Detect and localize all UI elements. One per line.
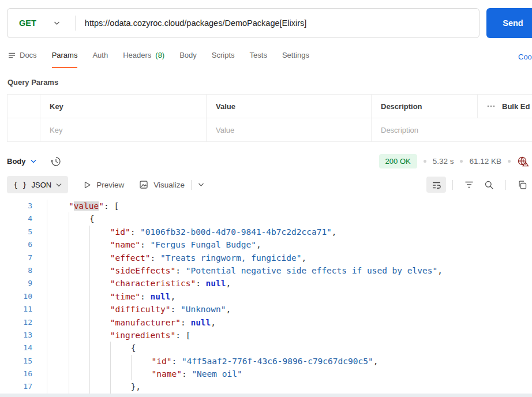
line-number: 6 (0, 238, 32, 251)
indent-guide (110, 380, 131, 393)
tab-settings[interactable]: Settings (282, 51, 309, 67)
indent-guide (89, 303, 110, 316)
chevron-down-icon[interactable] (54, 21, 60, 25)
gutter (32, 238, 47, 251)
gutter (32, 277, 47, 290)
gutter (32, 342, 47, 354)
tab-body[interactable]: Body (179, 51, 197, 67)
code-token: null (190, 318, 211, 327)
indent-guide (131, 368, 152, 380)
bulk-edit-button[interactable]: Bulk Ed (502, 102, 530, 111)
gutter (32, 264, 47, 277)
gutter (32, 316, 47, 329)
response-toolbar: { } JSON Preview Visualize (7, 175, 530, 194)
cookies-link[interactable]: Cookies (518, 53, 532, 61)
wrap-text-toggle[interactable] (426, 177, 446, 193)
code-token: "characteristics" (110, 279, 196, 288)
indent (48, 277, 69, 290)
code-token: : (170, 305, 180, 314)
key-input[interactable]: Key (40, 118, 207, 141)
divider (191, 180, 192, 190)
url-input[interactable]: https://odata.cozyroc.cloud/packages/Dem… (85, 18, 306, 28)
tab-docs[interactable]: Docs (8, 51, 37, 67)
indent-guide (89, 290, 110, 303)
tab-label: Body (179, 51, 197, 59)
view-preview-button[interactable]: Preview (83, 181, 124, 189)
divider (452, 180, 453, 190)
tab-tests[interactable]: Tests (250, 51, 267, 67)
line-number: 13 (0, 329, 32, 342)
code-token: : (182, 369, 192, 379)
indent-guide (89, 380, 110, 393)
response-body-viewer[interactable]: 3"value": [4{5"id": "0106fb32-b00d-4d70-… (0, 200, 532, 394)
row-checkbox-cell[interactable] (8, 118, 40, 141)
gutter (32, 290, 47, 303)
network-warning-icon[interactable] (517, 156, 529, 167)
indent-guide (89, 277, 110, 290)
code-token: : (130, 227, 140, 237)
indent-guide (69, 277, 89, 290)
tab-params[interactable]: Params (52, 51, 78, 68)
indent (48, 380, 69, 393)
method-selector[interactable]: GET (19, 18, 36, 28)
indent-guide (89, 316, 110, 329)
indent-guide (69, 368, 89, 380)
column-header-value: Value (207, 95, 372, 118)
code-token: "Potential negative side effects if used… (186, 266, 438, 275)
more-views-chevron-icon[interactable] (198, 182, 204, 187)
line-number: 16 (0, 368, 32, 380)
line-number: 17 (0, 380, 32, 393)
dot-separator (460, 160, 463, 163)
play-icon (83, 181, 91, 189)
query-params-table: Key Value Description Bulk Ed Key Value … (7, 94, 532, 142)
tab-headers[interactable]: Headers (8) (123, 51, 164, 67)
code-token: , (373, 357, 379, 366)
chevron-down-icon (56, 183, 62, 187)
toolbar-right-icons (426, 177, 530, 193)
indent-guide (110, 355, 131, 368)
description-input[interactable]: Description (372, 118, 478, 141)
code-token: " (69, 201, 74, 211)
code-line: 11"difficulty": "Unknown", (0, 303, 532, 316)
response-time: 5.32 s (433, 157, 454, 166)
copy-icon[interactable] (518, 180, 527, 190)
indent-guide (89, 226, 110, 238)
send-button[interactable]: Send (486, 8, 532, 38)
chevron-down-icon (31, 159, 36, 163)
indent-guide (89, 329, 110, 342)
value-input[interactable]: Value (207, 118, 372, 141)
search-icon[interactable] (484, 180, 494, 190)
tab-auth[interactable]: Auth (92, 51, 108, 67)
code-token: , (437, 266, 443, 275)
line-number: 12 (0, 316, 32, 329)
filter-icon[interactable] (464, 181, 474, 189)
table-row: Key Value Description (8, 118, 532, 142)
gutter (32, 212, 47, 225)
code-token: "Fergus Fungal Budge" (151, 240, 256, 249)
indent (48, 316, 69, 329)
code-token: , (301, 253, 306, 263)
divider (75, 16, 76, 31)
view-label: Preview (96, 181, 124, 189)
view-json-dropdown[interactable]: { } JSON (7, 176, 68, 193)
checkbox-column-header (8, 95, 40, 118)
line-number: 15 (0, 355, 32, 368)
indent (48, 329, 69, 342)
line-number: 7 (0, 252, 32, 264)
horizontal-scrollbar[interactable] (0, 394, 532, 397)
view-visualize-button[interactable]: Visualize (139, 180, 185, 189)
tab-label: Settings (282, 51, 309, 59)
indent-guide (69, 380, 89, 393)
code-token: : [ (175, 331, 190, 340)
tab-scripts[interactable]: Scripts (212, 51, 235, 67)
code-token: "name" (152, 369, 182, 379)
response-pane-selector[interactable]: Body (7, 157, 36, 166)
more-actions-icon[interactable] (487, 105, 495, 107)
indent (48, 342, 69, 354)
tab-label: Scripts (212, 51, 235, 59)
indent-guide (89, 238, 110, 251)
code-token: "manufacturer" (110, 318, 181, 327)
response-history-icon[interactable] (50, 156, 61, 167)
line-number: 10 (0, 290, 32, 303)
code-token: : (140, 240, 150, 249)
